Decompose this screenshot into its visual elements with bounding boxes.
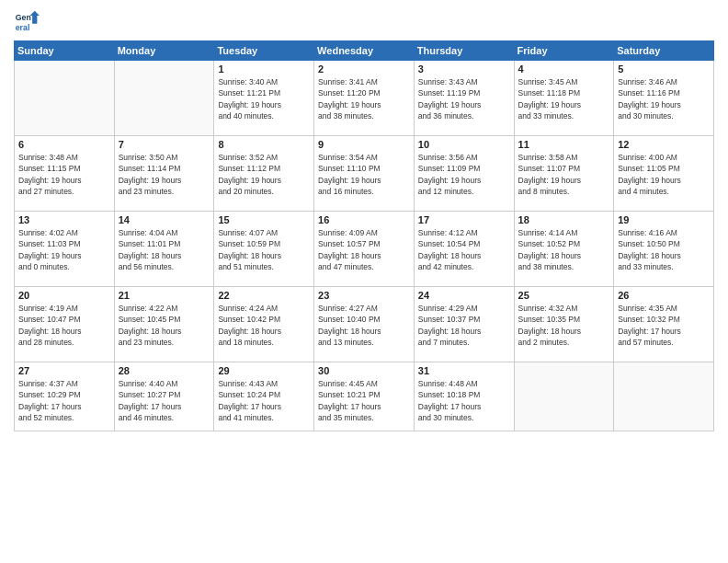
calendar-cell: 15Sunrise: 4:07 AM Sunset: 10:59 PM Dayl… <box>214 212 314 287</box>
day-number: 7 <box>119 139 210 150</box>
calendar-cell <box>614 362 714 431</box>
calendar-cell: 3Sunrise: 3:43 AM Sunset: 11:19 PM Dayli… <box>414 61 514 136</box>
calendar-cell <box>114 61 214 136</box>
day-number: 28 <box>119 365 210 376</box>
day-detail: Sunrise: 4:19 AM Sunset: 10:47 PM Daylig… <box>18 303 110 348</box>
calendar-cell: 14Sunrise: 4:04 AM Sunset: 11:01 PM Dayl… <box>114 212 214 287</box>
calendar-header-row: SundayMondayTuesdayWednesdayThursdayFrid… <box>15 41 714 61</box>
calendar-cell: 10Sunrise: 3:56 AM Sunset: 11:09 PM Dayl… <box>414 136 514 212</box>
calendar-cell: 6Sunrise: 3:48 AM Sunset: 11:15 PM Dayli… <box>15 136 115 212</box>
day-number: 11 <box>518 139 610 150</box>
day-number: 19 <box>618 214 710 225</box>
day-number: 10 <box>418 139 510 150</box>
svg-text:Gen: Gen <box>16 13 31 22</box>
calendar-cell: 18Sunrise: 4:14 AM Sunset: 10:52 PM Dayl… <box>514 212 614 287</box>
calendar-cell: 2Sunrise: 3:41 AM Sunset: 11:20 PM Dayli… <box>314 61 415 136</box>
day-header-tuesday: Tuesday <box>214 41 314 61</box>
day-detail: Sunrise: 4:04 AM Sunset: 11:01 PM Daylig… <box>119 227 210 272</box>
day-detail: Sunrise: 4:27 AM Sunset: 10:40 PM Daylig… <box>318 303 410 348</box>
day-number: 13 <box>18 214 110 225</box>
day-detail: Sunrise: 4:48 AM Sunset: 10:18 PM Daylig… <box>418 378 510 423</box>
day-detail: Sunrise: 3:58 AM Sunset: 11:07 PM Daylig… <box>518 152 610 197</box>
day-detail: Sunrise: 3:46 AM Sunset: 11:16 PM Daylig… <box>618 76 710 121</box>
calendar-cell: 5Sunrise: 3:46 AM Sunset: 11:16 PM Dayli… <box>614 61 714 136</box>
calendar-week-5: 27Sunrise: 4:37 AM Sunset: 10:29 PM Dayl… <box>15 362 714 431</box>
day-number: 26 <box>618 290 710 301</box>
calendar-week-2: 6Sunrise: 3:48 AM Sunset: 11:15 PM Dayli… <box>15 136 714 212</box>
calendar-cell: 4Sunrise: 3:45 AM Sunset: 11:18 PM Dayli… <box>514 61 614 136</box>
day-number: 3 <box>418 63 510 75</box>
calendar-table: SundayMondayTuesdayWednesdayThursdayFrid… <box>14 40 714 431</box>
day-detail: Sunrise: 4:09 AM Sunset: 10:57 PM Daylig… <box>318 227 410 272</box>
calendar-cell: 1Sunrise: 3:40 AM Sunset: 11:21 PM Dayli… <box>214 61 314 136</box>
day-number: 29 <box>218 365 310 376</box>
calendar-cell: 9Sunrise: 3:54 AM Sunset: 11:10 PM Dayli… <box>314 136 415 212</box>
day-detail: Sunrise: 4:32 AM Sunset: 10:35 PM Daylig… <box>518 303 610 348</box>
calendar-cell: 16Sunrise: 4:09 AM Sunset: 10:57 PM Dayl… <box>314 212 415 287</box>
calendar-cell: 27Sunrise: 4:37 AM Sunset: 10:29 PM Dayl… <box>15 362 115 431</box>
day-number: 9 <box>318 139 410 150</box>
day-number: 21 <box>119 290 210 301</box>
day-detail: Sunrise: 4:43 AM Sunset: 10:24 PM Daylig… <box>218 378 310 423</box>
calendar-week-1: 1Sunrise: 3:40 AM Sunset: 11:21 PM Dayli… <box>15 61 714 136</box>
calendar-cell: 31Sunrise: 4:48 AM Sunset: 10:18 PM Dayl… <box>414 362 514 431</box>
day-number: 8 <box>218 139 310 150</box>
day-detail: Sunrise: 3:50 AM Sunset: 11:14 PM Daylig… <box>119 152 210 197</box>
day-header-saturday: Saturday <box>614 41 714 61</box>
day-number: 18 <box>518 214 610 225</box>
day-header-monday: Monday <box>114 41 214 61</box>
calendar-cell: 25Sunrise: 4:32 AM Sunset: 10:35 PM Dayl… <box>514 287 614 362</box>
day-number: 20 <box>18 290 110 301</box>
day-detail: Sunrise: 4:14 AM Sunset: 10:52 PM Daylig… <box>518 227 610 272</box>
day-detail: Sunrise: 4:07 AM Sunset: 10:59 PM Daylig… <box>218 227 310 272</box>
calendar-cell: 13Sunrise: 4:02 AM Sunset: 11:03 PM Dayl… <box>15 212 115 287</box>
calendar-week-4: 20Sunrise: 4:19 AM Sunset: 10:47 PM Dayl… <box>15 287 714 362</box>
day-detail: Sunrise: 4:24 AM Sunset: 10:42 PM Daylig… <box>218 303 310 348</box>
day-number: 25 <box>518 290 610 301</box>
calendar-cell: 11Sunrise: 3:58 AM Sunset: 11:07 PM Dayl… <box>514 136 614 212</box>
calendar-cell: 24Sunrise: 4:29 AM Sunset: 10:37 PM Dayl… <box>414 287 514 362</box>
day-detail: Sunrise: 4:22 AM Sunset: 10:45 PM Daylig… <box>119 303 210 348</box>
calendar-cell: 22Sunrise: 4:24 AM Sunset: 10:42 PM Dayl… <box>214 287 314 362</box>
day-detail: Sunrise: 3:52 AM Sunset: 11:12 PM Daylig… <box>218 152 310 197</box>
day-detail: Sunrise: 3:40 AM Sunset: 11:21 PM Daylig… <box>218 76 310 121</box>
calendar-cell: 20Sunrise: 4:19 AM Sunset: 10:47 PM Dayl… <box>15 287 115 362</box>
day-number: 24 <box>418 290 510 301</box>
day-detail: Sunrise: 3:45 AM Sunset: 11:18 PM Daylig… <box>518 76 610 121</box>
day-number: 27 <box>18 365 110 376</box>
day-number: 23 <box>318 290 410 301</box>
calendar-cell: 29Sunrise: 4:43 AM Sunset: 10:24 PM Dayl… <box>214 362 314 431</box>
day-detail: Sunrise: 3:48 AM Sunset: 11:15 PM Daylig… <box>18 152 110 197</box>
day-number: 31 <box>418 365 510 376</box>
day-detail: Sunrise: 4:00 AM Sunset: 11:05 PM Daylig… <box>618 152 710 197</box>
day-detail: Sunrise: 4:35 AM Sunset: 10:32 PM Daylig… <box>618 303 710 348</box>
day-detail: Sunrise: 3:41 AM Sunset: 11:20 PM Daylig… <box>318 76 410 121</box>
header: Gen eral <box>14 9 714 35</box>
day-detail: Sunrise: 3:54 AM Sunset: 11:10 PM Daylig… <box>318 152 410 197</box>
day-number: 5 <box>618 63 710 75</box>
day-header-wednesday: Wednesday <box>314 41 415 61</box>
calendar-cell: 7Sunrise: 3:50 AM Sunset: 11:14 PM Dayli… <box>114 136 214 212</box>
calendar-cell: 28Sunrise: 4:40 AM Sunset: 10:27 PM Dayl… <box>114 362 214 431</box>
day-detail: Sunrise: 3:43 AM Sunset: 11:19 PM Daylig… <box>418 76 510 121</box>
calendar-cell <box>15 61 115 136</box>
day-number: 22 <box>218 290 310 301</box>
page: Gen eral SundayMondayTuesdayWednesdayThu… <box>0 0 728 563</box>
day-number: 4 <box>518 63 610 75</box>
svg-text:eral: eral <box>16 23 30 32</box>
day-number: 30 <box>318 365 410 376</box>
day-detail: Sunrise: 4:29 AM Sunset: 10:37 PM Daylig… <box>418 303 510 348</box>
day-number: 1 <box>218 63 310 75</box>
calendar-cell: 23Sunrise: 4:27 AM Sunset: 10:40 PM Dayl… <box>314 287 415 362</box>
day-detail: Sunrise: 3:56 AM Sunset: 11:09 PM Daylig… <box>418 152 510 197</box>
day-number: 6 <box>18 139 110 150</box>
day-header-friday: Friday <box>514 41 614 61</box>
logo: Gen eral <box>14 9 43 35</box>
day-detail: Sunrise: 4:02 AM Sunset: 11:03 PM Daylig… <box>18 227 110 272</box>
calendar-cell: 8Sunrise: 3:52 AM Sunset: 11:12 PM Dayli… <box>214 136 314 212</box>
day-number: 15 <box>218 214 310 225</box>
day-number: 16 <box>318 214 410 225</box>
day-header-thursday: Thursday <box>414 41 514 61</box>
day-number: 17 <box>418 214 510 225</box>
day-number: 2 <box>318 63 410 75</box>
